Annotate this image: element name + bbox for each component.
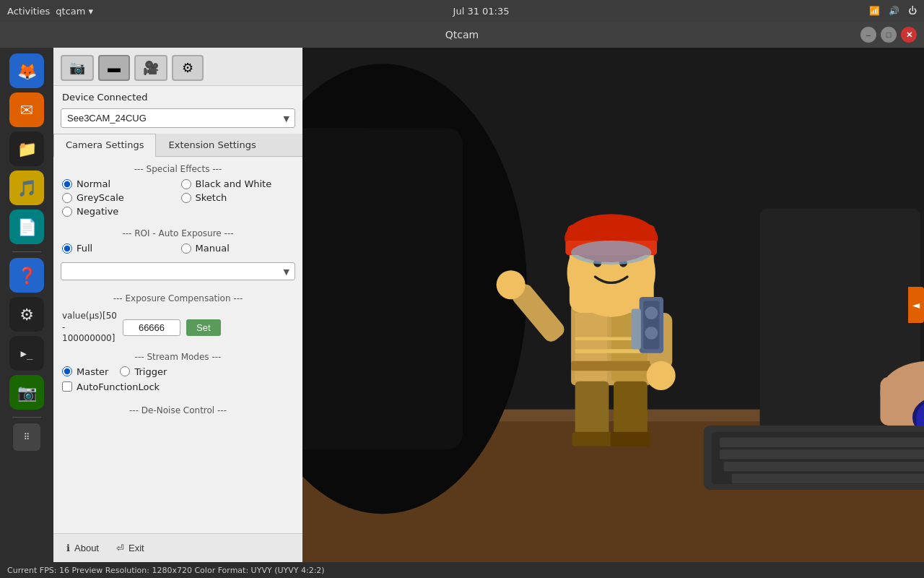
camera-view: ◄ bbox=[302, 48, 924, 562]
radio-sketch[interactable] bbox=[181, 193, 191, 203]
device-status: Device Connected bbox=[53, 86, 302, 105]
special-effects-sketch[interactable]: Sketch bbox=[181, 192, 295, 203]
status-text: Current FPS: 16 Preview Resolution: 1280… bbox=[7, 566, 325, 575]
taskbar-left: Activities qtcam ▾ bbox=[7, 6, 93, 17]
volume-icon: 🔊 bbox=[889, 6, 899, 16]
dock-icon-settings[interactable]: ⚙ bbox=[9, 297, 44, 332]
svg-point-42 bbox=[645, 327, 658, 340]
maximize-button[interactable]: □ bbox=[881, 27, 897, 43]
roi-full[interactable]: Full bbox=[62, 243, 175, 254]
roi-header: --- ROI - Auto Exposure --- bbox=[53, 221, 302, 243]
title-bar: Qtcam – □ ✕ bbox=[0, 22, 924, 48]
exposure-row: value(µs)[50-100000000] Set bbox=[62, 311, 294, 345]
power-icon: ⏻ bbox=[908, 6, 917, 16]
video-record-button[interactable]: 🎥 bbox=[134, 55, 167, 81]
auto-function-lock-checkbox[interactable] bbox=[62, 381, 72, 392]
camera-scene bbox=[302, 48, 924, 562]
exit-button[interactable]: ⏎ Exit bbox=[112, 540, 149, 556]
dock-icon-firefox[interactable]: 🦊 bbox=[9, 53, 44, 88]
exposure-header: --- Exposure Compensation --- bbox=[53, 286, 302, 308]
app-indicator[interactable]: qtcam ▾ bbox=[56, 6, 93, 17]
activities-label[interactable]: Activities bbox=[7, 6, 50, 17]
device-select-wrapper: See3CAM_24CUG bbox=[61, 108, 295, 128]
camera-image bbox=[302, 48, 924, 562]
exposure-label: value(µs)[50-100000000] bbox=[62, 311, 117, 345]
exit-icon: ⏎ bbox=[116, 543, 124, 553]
svg-rect-4 bbox=[302, 128, 463, 449]
radio-trigger[interactable] bbox=[120, 366, 130, 376]
svg-rect-19 bbox=[571, 361, 651, 371]
tab-camera-settings[interactable]: Camera Settings bbox=[53, 134, 156, 157]
roi-manual[interactable]: Manual bbox=[181, 243, 295, 254]
roi-select-row bbox=[53, 258, 302, 286]
stream-modes-group: Master Trigger bbox=[53, 366, 302, 381]
svg-point-41 bbox=[645, 306, 658, 319]
dock-separator-2 bbox=[12, 417, 41, 418]
radio-greyscale[interactable] bbox=[62, 193, 72, 203]
radio-bw[interactable] bbox=[181, 179, 191, 189]
preview-button[interactable]: ▬ bbox=[98, 55, 130, 81]
svg-rect-36 bbox=[614, 381, 648, 438]
minimize-button[interactable]: – bbox=[860, 27, 876, 43]
about-icon: ℹ bbox=[66, 543, 70, 553]
taskbar: Activities qtcam ▾ Jul 31 01:35 📶 🔊 ⏻ bbox=[0, 0, 924, 22]
svg-rect-43 bbox=[632, 309, 641, 350]
sidebar-panel: 📷 ▬ 🎥 ⚙ Device Connected See3CAM_24CUG C… bbox=[53, 48, 302, 562]
window-controls: – □ ✕ bbox=[860, 27, 917, 43]
system-tray: 📶 🔊 ⏻ bbox=[869, 6, 917, 16]
svg-rect-38 bbox=[611, 432, 651, 447]
dock-icon-docs[interactable]: 📄 bbox=[9, 210, 44, 244]
dock-icon-help[interactable]: ❓ bbox=[9, 258, 44, 293]
special-effects-greyscale[interactable]: GreyScale bbox=[62, 192, 175, 203]
denoise-header: --- De-Noise Control --- bbox=[53, 398, 302, 420]
settings-button[interactable]: ⚙ bbox=[172, 55, 204, 81]
app-toolbar: 📷 ▬ 🎥 ⚙ bbox=[53, 48, 302, 86]
svg-point-32 bbox=[497, 270, 526, 299]
dock-icon-qtcam[interactable]: 📷 bbox=[9, 375, 44, 410]
device-select-row: See3CAM_24CUG bbox=[53, 105, 302, 134]
special-effects-negative[interactable]: Negative bbox=[62, 206, 294, 217]
svg-rect-17 bbox=[575, 313, 608, 381]
roi-select[interactable] bbox=[61, 262, 295, 280]
dock-icon-mail[interactable]: ✉ bbox=[9, 92, 44, 127]
wifi-icon: 📶 bbox=[869, 6, 880, 16]
about-button[interactable]: ℹ About bbox=[62, 540, 103, 556]
exit-label: Exit bbox=[128, 543, 144, 553]
exposure-set-button[interactable]: Set bbox=[186, 319, 221, 336]
radio-normal[interactable] bbox=[62, 179, 72, 189]
dock-icon-grid[interactable]: ⠿ bbox=[13, 423, 40, 451]
bottom-actions: ℹ About ⏎ Exit bbox=[53, 533, 302, 562]
device-select[interactable]: See3CAM_24CUG bbox=[61, 108, 295, 128]
collapse-sidebar-button[interactable]: ◄ bbox=[908, 287, 924, 323]
dock-icon-music[interactable]: 🎵 bbox=[9, 171, 44, 205]
exposure-input[interactable] bbox=[123, 319, 180, 336]
photo-capture-button[interactable]: 📷 bbox=[61, 55, 94, 81]
close-button[interactable]: ✕ bbox=[901, 27, 917, 43]
radio-negative[interactable] bbox=[62, 207, 72, 217]
radio-roi-full[interactable] bbox=[62, 243, 72, 254]
dock-separator bbox=[12, 251, 41, 252]
dock-icon-terminal[interactable]: ▶_ bbox=[9, 336, 44, 371]
window-title: Qtcam bbox=[445, 29, 479, 40]
tab-extension-settings[interactable]: Extension Settings bbox=[156, 134, 268, 156]
special-effects-bw[interactable]: Black and White bbox=[181, 178, 295, 189]
about-label: About bbox=[74, 543, 99, 553]
app-indicator-arrow: ▾ bbox=[89, 6, 94, 17]
svg-rect-20 bbox=[575, 349, 648, 353]
main-content: 🦊 ✉ 📁 🎵 📄 ❓ ⚙ ▶_ 📷 ⠿ 📷 ▬ 🎥 ⚙ Device Conn… bbox=[0, 48, 924, 562]
roi-group: Full Manual bbox=[53, 243, 302, 258]
stream-trigger[interactable]: Trigger bbox=[120, 366, 167, 377]
special-effects-normal[interactable]: Normal bbox=[62, 178, 175, 189]
special-effects-group: Normal Black and White GreyScale Sketch … bbox=[53, 178, 302, 221]
svg-rect-37 bbox=[572, 432, 612, 447]
settings-tabs: Camera Settings Extension Settings bbox=[53, 134, 302, 157]
dock-icon-files[interactable]: 📁 bbox=[9, 131, 44, 166]
auto-function-lock-row: AutoFunctionLock bbox=[53, 381, 302, 398]
radio-master[interactable] bbox=[62, 366, 72, 376]
app-indicator-name: qtcam bbox=[56, 6, 85, 17]
svg-point-34 bbox=[647, 361, 676, 390]
stream-master[interactable]: Master bbox=[62, 366, 108, 377]
roi-select-wrapper bbox=[61, 262, 295, 280]
svg-rect-15 bbox=[732, 474, 924, 483]
radio-roi-manual[interactable] bbox=[181, 243, 191, 254]
